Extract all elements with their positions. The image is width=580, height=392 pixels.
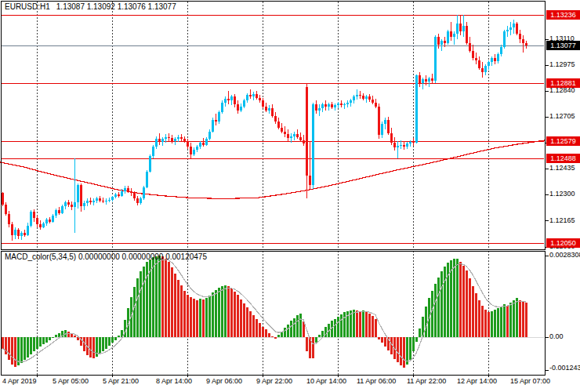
level-lines (2, 16, 544, 244)
price-tick-label: 1.12435 (549, 164, 575, 172)
grid-lines (38, 2, 489, 377)
level-price-badge: 1.12488 (546, 154, 580, 163)
time-tick-label: 10 Apr 14:00 (306, 377, 346, 385)
time-tick-label: 11 Apr 06:00 (357, 377, 396, 385)
level-price-badge: 1.12881 (546, 78, 580, 88)
chart-canvas[interactable] (0, 0, 580, 392)
time-axis[interactable]: 4 Apr 20195 Apr 05:005 Apr 21:008 Apr 14… (0, 376, 580, 389)
level-price-badge: 1.12050 (546, 238, 580, 248)
indicator-label: MACD_color(5,34,5) 0.00000000 0.00000000… (5, 252, 207, 261)
macd-histogram[interactable] (2, 256, 527, 368)
macd-tick-label: 0.00 (549, 332, 564, 341)
current-price-badge: 1.13077 (546, 41, 580, 50)
time-tick-label: 8 Apr 14:00 (156, 377, 192, 385)
time-tick-label: 11 Apr 22:00 (407, 377, 446, 385)
time-tick-label: 9 Apr 06:00 (206, 377, 242, 385)
price-tick-label: 1.12705 (549, 112, 575, 121)
price-tick-label: 1.12300 (549, 190, 575, 198)
price-tick-label: 1.12975 (549, 60, 575, 69)
time-tick-label: 5 Apr 21:00 (103, 377, 139, 385)
time-tick-label: 9 Apr 22:00 (256, 377, 292, 385)
time-tick-label: 15 Apr 07:00 (510, 377, 550, 385)
macd-tick-label: 0.0028308 (549, 251, 580, 260)
chart-title: EURUSD:H11.13087 1.13092 1.13076 1.13077 (5, 2, 176, 11)
symbol-timeframe-label: EURUSD:H1 (5, 2, 50, 11)
level-price-badge: 1.13236 (546, 10, 580, 20)
time-tick-label: 5 Apr 05:00 (53, 377, 89, 385)
macd-tick-label: -0.0012430 (549, 364, 580, 372)
price-tick-label: 1.12165 (549, 216, 575, 225)
time-tick-label: 12 Apr 14:00 (457, 377, 497, 385)
price-axis[interactable]: 1.131101.129751.128401.127051.125701.124… (546, 0, 580, 392)
level-price-badge: 1.12579 (546, 136, 580, 146)
indicator-name: MACD_color(5,34,5) (5, 252, 76, 261)
trading-chart-window: EURUSD:H11.13087 1.13092 1.13076 1.13077… (0, 0, 580, 392)
candlestick-series[interactable] (2, 15, 527, 241)
time-tick-label: 4 Apr 2019 (2, 377, 37, 385)
indicator-values: 0.00000000 0.00000000 0.00120475 (78, 252, 207, 261)
ohlc-readout: 1.13087 1.13092 1.13076 1.13077 (56, 2, 176, 11)
